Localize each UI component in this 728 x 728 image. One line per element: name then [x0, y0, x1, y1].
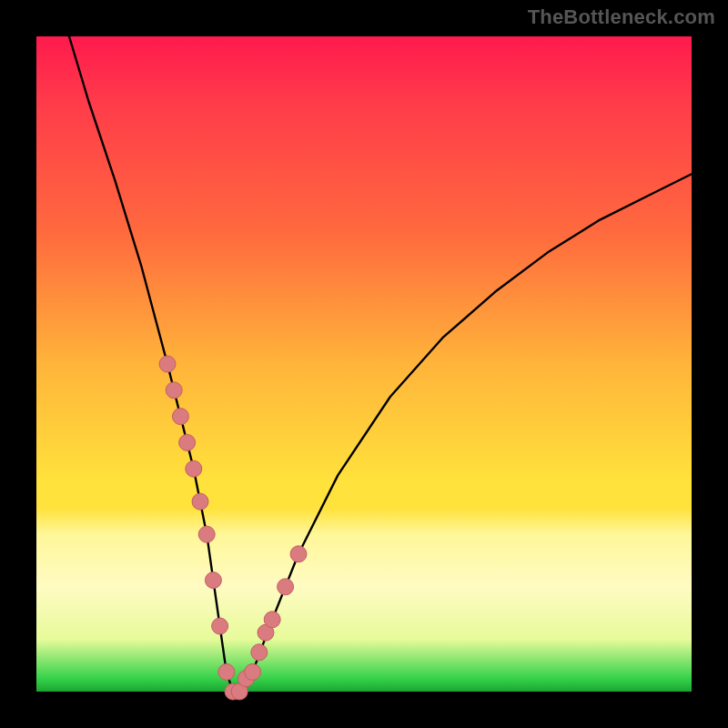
marker-dot — [212, 618, 228, 634]
marker-dot — [172, 409, 188, 425]
marker-dot — [205, 572, 221, 589]
highlight-markers — [159, 356, 307, 700]
marker-dot — [192, 493, 208, 510]
marker-dot — [218, 663, 235, 680]
marker-dot — [245, 663, 261, 680]
marker-dot — [166, 382, 182, 399]
marker-dot — [159, 356, 176, 372]
marker-dot — [198, 526, 215, 542]
plot-area — [36, 36, 692, 692]
marker-dot — [264, 612, 280, 628]
marker-dot — [290, 546, 307, 562]
marker-dot — [278, 579, 294, 595]
curve-svg — [36, 36, 692, 692]
watermark-text: TheBottleneck.com — [528, 5, 715, 29]
marker-dot — [251, 644, 268, 661]
marker-dot — [186, 460, 202, 477]
marker-dot — [179, 434, 196, 450]
chart-frame: TheBottleneck.com — [0, 0, 728, 728]
